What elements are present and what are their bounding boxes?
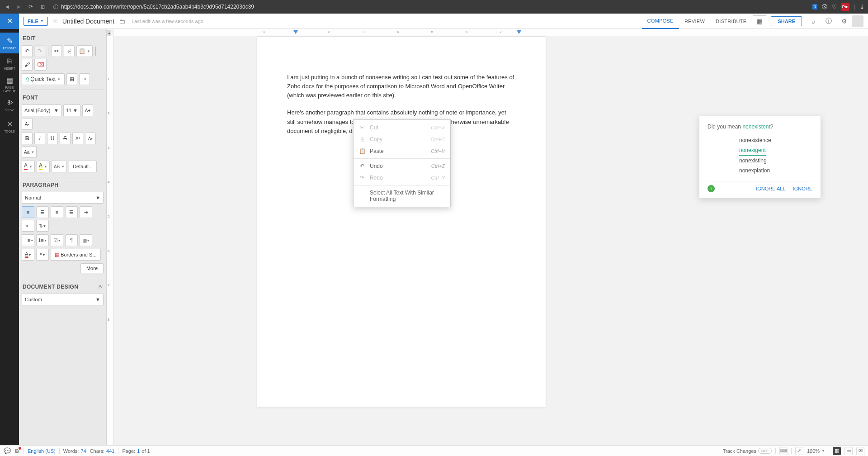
grow-font-button[interactable]: A+ bbox=[82, 104, 93, 116]
track-changes-toggle[interactable]: Track Changes OFF bbox=[723, 448, 772, 454]
align-justify-button[interactable]: ☰ bbox=[65, 206, 78, 218]
add-to-dictionary-button[interactable]: + bbox=[708, 185, 715, 192]
borders-shading-button[interactable]: ▦ Borders and S... bbox=[51, 249, 101, 261]
language-button[interactable]: English (US) bbox=[28, 448, 56, 454]
reload-icon[interactable]: ⟳ bbox=[27, 3, 34, 10]
spell-suggestion[interactable]: nonexistence bbox=[739, 135, 812, 145]
strike-button[interactable]: S bbox=[60, 133, 71, 144]
field-button[interactable]: ⊞ bbox=[66, 73, 77, 85]
change-case-button[interactable]: Aa▼ bbox=[22, 146, 37, 158]
paragraph-mark-button[interactable]: ¶ bbox=[65, 234, 78, 246]
close-ext-icon[interactable]: ⓧ bbox=[822, 3, 827, 11]
char-spacing-button[interactable]: AB▼ bbox=[52, 161, 67, 172]
present-icon[interactable]: ▦ bbox=[753, 15, 766, 27]
address-bar[interactable]: ⓘ https://docs.zoho.com/writer/open/5a0s… bbox=[51, 2, 808, 12]
bullet-list-button[interactable]: ⋮≡▼ bbox=[22, 234, 34, 246]
align-center-button[interactable]: ☰ bbox=[36, 206, 49, 218]
paragraph-color-button[interactable]: A̲▼ bbox=[22, 249, 34, 261]
document-title[interactable]: Untitled Document bbox=[62, 18, 114, 25]
format-painter-button[interactable]: 🖌 bbox=[22, 59, 33, 71]
context-select-similar[interactable]: Select All Text With Similar Formatting bbox=[354, 187, 450, 205]
tab-distribute[interactable]: DISTRIBUTE bbox=[710, 14, 752, 29]
rail-tools[interactable]: ✕ TOOLS bbox=[0, 116, 19, 137]
word-count[interactable]: Words: 74 bbox=[63, 448, 86, 454]
font-family-select[interactable]: Arial (Body)▼ bbox=[22, 104, 61, 116]
doc-design-select[interactable]: Custom▼ bbox=[22, 294, 104, 305]
collapse-sidebar-handle[interactable]: ◂ bbox=[107, 30, 111, 36]
indent-increase-button[interactable]: ⇥ bbox=[80, 206, 92, 218]
close-button[interactable]: ✕ bbox=[0, 14, 19, 29]
fit-width-icon[interactable]: ⤢ bbox=[795, 447, 803, 455]
ignore-button[interactable]: IGNORE bbox=[793, 186, 812, 191]
align-left-button[interactable]: ≡ bbox=[22, 206, 34, 218]
paragraph-1[interactable]: I am just putting in a bunch of nonsense… bbox=[287, 73, 516, 100]
horizontal-ruler[interactable]: 1 2 3 4 5 6 7 bbox=[114, 29, 868, 36]
checklist-button[interactable]: ☑▼ bbox=[51, 234, 63, 246]
superscript-button[interactable]: A² bbox=[72, 133, 83, 144]
copy-button[interactable]: ⎘ bbox=[64, 45, 75, 57]
ext-badge-blue[interactable]: 0 bbox=[812, 4, 817, 10]
spell-suggestion[interactable]: nonexisting bbox=[739, 156, 812, 166]
rail-view[interactable]: 👁 VIEW bbox=[0, 95, 19, 116]
popout-icon[interactable]: ⇱ bbox=[99, 284, 103, 290]
feedback-icon[interactable]: ✉ bbox=[856, 447, 864, 455]
gear-icon[interactable]: ⚙ bbox=[837, 15, 851, 27]
vertical-ruler[interactable]: 1 2 3 4 5 6 7 8 bbox=[107, 36, 114, 445]
view-mode-page-icon[interactable]: ▦ bbox=[833, 447, 841, 455]
spell-main-suggestion[interactable]: nonexistent bbox=[742, 124, 770, 130]
font-color-button[interactable]: A▼ bbox=[22, 161, 35, 172]
tab-compose[interactable]: COMPOSE bbox=[642, 14, 679, 29]
notification-icon[interactable]: 🗎 bbox=[14, 448, 20, 454]
rail-format[interactable]: ✎ FORMAT bbox=[0, 33, 19, 53]
indent-decrease-button[interactable]: ⇤ bbox=[22, 220, 34, 232]
number-list-button[interactable]: 1≡▼ bbox=[36, 234, 49, 246]
clear-format-button[interactable]: ⌫ bbox=[34, 59, 47, 71]
highlight-color-button[interactable]: A▼ bbox=[37, 161, 50, 172]
shrink-font-button[interactable]: A- bbox=[22, 118, 33, 130]
subscript-button[interactable]: A₂ bbox=[85, 133, 96, 144]
quick-text-button[interactable]: ⎙ Quick Text▼ bbox=[22, 73, 65, 85]
avatar[interactable] bbox=[852, 15, 863, 27]
view-mode-web-icon[interactable]: ▭ bbox=[844, 447, 853, 455]
info-icon[interactable]: ⓘ bbox=[822, 15, 835, 27]
columns-button[interactable]: ▥▼ bbox=[80, 234, 92, 246]
tab-review[interactable]: REVIEW bbox=[679, 14, 710, 29]
keyboard-icon[interactable]: ⌨ bbox=[779, 447, 788, 455]
share-button[interactable]: SHARE bbox=[771, 16, 802, 26]
right-indent-marker[interactable] bbox=[517, 30, 521, 34]
rail-insert[interactable]: ⎘ INSERT bbox=[0, 53, 19, 74]
font-size-select[interactable]: 11▼ bbox=[63, 104, 80, 116]
paragraph-style-select[interactable]: Normal▼ bbox=[22, 192, 104, 204]
align-right-button[interactable]: ≡ bbox=[51, 206, 63, 218]
comments-icon[interactable]: 💬 bbox=[4, 447, 11, 454]
line-spacing-button[interactable]: ⇅▼ bbox=[36, 220, 49, 232]
back-icon[interactable]: ◄ bbox=[4, 3, 11, 10]
bold-button[interactable]: B bbox=[22, 133, 33, 144]
field-dropdown[interactable]: ▼ bbox=[79, 73, 90, 85]
paste-button[interactable]: 📋▼ bbox=[76, 45, 93, 57]
document-page[interactable]: I am just putting in a bunch of nonsense… bbox=[257, 36, 546, 407]
page-count[interactable]: Page: 1 of 1 bbox=[122, 448, 150, 454]
default-font-button[interactable]: Default... bbox=[69, 161, 97, 172]
rail-page-layout[interactable]: ▤ PAGE LAYOUT bbox=[0, 74, 19, 95]
zoom-level[interactable]: 100% ▼ bbox=[807, 448, 825, 454]
document-canvas[interactable]: ◂ 1 2 3 4 5 6 7 1 2 3 4 5 6 7 8 + ≡ bbox=[107, 29, 868, 445]
file-menu-button[interactable]: FILE ▼ bbox=[24, 17, 48, 26]
redo-button[interactable]: ↷ bbox=[34, 45, 45, 57]
char-count[interactable]: Chars: 441 bbox=[90, 448, 115, 454]
context-paste[interactable]: 📋 Paste Ctrl+V bbox=[354, 145, 450, 157]
folder-icon[interactable]: 🗀 bbox=[119, 18, 125, 25]
heart-icon[interactable]: ♡ bbox=[832, 4, 837, 10]
star-icon[interactable]: ☆ bbox=[52, 18, 58, 24]
left-indent-marker[interactable] bbox=[293, 30, 298, 34]
download-icon[interactable]: ⤓ bbox=[860, 4, 864, 10]
quote-button[interactable]: ❝▼ bbox=[36, 249, 49, 261]
context-undo[interactable]: ↶ Undo Ctrl+Z bbox=[354, 160, 450, 172]
undo-button[interactable]: ↶ bbox=[22, 45, 33, 57]
apps-icon[interactable]: ⊞ bbox=[39, 3, 46, 10]
search-icon[interactable]: ⌕ bbox=[807, 15, 820, 27]
italic-button[interactable]: I bbox=[34, 133, 45, 144]
cut-button[interactable]: ✂ bbox=[51, 45, 62, 57]
spell-suggestion[interactable]: nonexpiation bbox=[739, 166, 812, 176]
spell-suggestion[interactable]: nonexigent bbox=[739, 145, 766, 156]
